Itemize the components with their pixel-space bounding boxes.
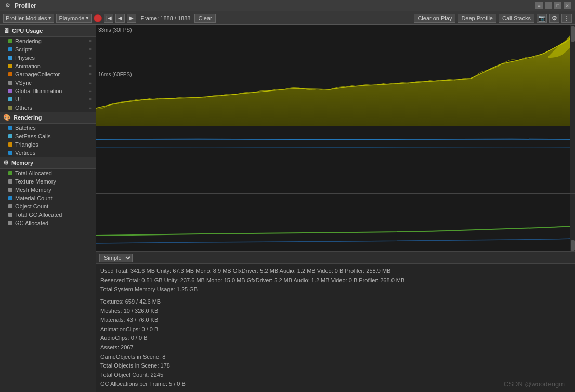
- rendering-color-dot: [8, 39, 12, 43]
- total-gc-label: Total GC Allocated: [15, 212, 92, 218]
- playmode-dropdown[interactable]: Playmode ▾: [56, 14, 92, 23]
- settings-icon[interactable]: ⚙: [549, 14, 559, 23]
- sidebar-item-others[interactable]: Others ≡: [0, 103, 96, 112]
- vsync-color-dot: [8, 81, 12, 85]
- rendering-chart-svg: [96, 126, 575, 194]
- cpu-chart-scrollbar[interactable]: [570, 25, 575, 126]
- scripts-lines: ≡: [89, 47, 92, 52]
- rendering-label: Rendering: [15, 38, 89, 44]
- sidebar-item-total-allocated[interactable]: Total Allocated: [0, 169, 96, 177]
- cpu-chart-panel: 33ms (30FPS) 16ms (60FPS): [96, 25, 575, 126]
- gameobjects-stat: GameObjects in Scene: 8: [100, 352, 571, 362]
- memory-section-label: Memory: [11, 160, 33, 166]
- gc-alloc-stat: GC Allocations per Frame: 5 / 0 B: [100, 380, 571, 389]
- clear-on-play-button[interactable]: Clear on Play: [414, 14, 455, 23]
- sidebar-item-vertices[interactable]: Vertices: [0, 149, 96, 157]
- clear-button[interactable]: Clear: [194, 14, 215, 23]
- sidebar-item-setpass[interactable]: SetPass Calls: [0, 132, 96, 140]
- prev-first-button[interactable]: |◀: [104, 14, 113, 23]
- screenshot-icon[interactable]: 📷: [537, 14, 547, 23]
- sidebar-item-rendering[interactable]: Rendering ≡: [0, 37, 96, 45]
- profiler-icon: ⚙: [4, 2, 11, 9]
- profiler-modules-dropdown[interactable]: Profiler Modules ▾: [3, 14, 54, 23]
- material-count-label: Material Count: [15, 195, 92, 201]
- sidebar-item-material-count[interactable]: Material Count: [0, 194, 96, 202]
- dropdown-arrow-icon: ▾: [86, 15, 89, 21]
- profiler-modules-label: Profiler Modules: [6, 15, 47, 21]
- object-count-label: Object Count: [15, 203, 92, 210]
- total-object-count-stat: Total Object Count: 2245: [100, 371, 571, 380]
- triangles-label: Triangles: [15, 141, 92, 148]
- sidebar-item-ui[interactable]: UI ≡: [0, 95, 96, 103]
- sidebar-item-gc[interactable]: GarbageCollector ≡: [0, 70, 96, 79]
- gi-color-dot: [8, 89, 12, 93]
- record-button[interactable]: [94, 14, 102, 22]
- assets-stat: Assets: 2067: [100, 343, 571, 352]
- sidebar-item-triangles[interactable]: Triangles: [0, 140, 96, 149]
- material-count-color-dot: [8, 196, 12, 200]
- reserved-total-stat: Reserved Total: 0.51 GB Unity: 237.6 MB …: [100, 276, 571, 285]
- sidebar-item-physics[interactable]: Physics ≡: [0, 54, 96, 62]
- others-lines: ≡: [89, 106, 92, 110]
- texture-memory-label: Texture Memory: [15, 178, 92, 185]
- rendering-lines: ≡: [89, 39, 92, 44]
- animation-lines: ≡: [89, 64, 92, 69]
- frame-label: Frame: 1888 / 1888: [138, 15, 192, 21]
- maximize-button[interactable]: □: [554, 2, 561, 9]
- sidebar-item-object-count[interactable]: Object Count: [0, 202, 96, 211]
- rendering-icon: 🎨: [3, 114, 11, 121]
- gc-allocated-label: GC Allocated: [15, 220, 92, 226]
- physics-label: Physics: [15, 55, 89, 61]
- menu-button[interactable]: ≡: [535, 2, 543, 9]
- dropdown-arrow-icon: ▾: [48, 15, 51, 21]
- rendering-chart-panel: [96, 126, 575, 194]
- rendering-chart-scrollbar[interactable]: [570, 126, 575, 193]
- sidebar: 🖥 CPU Usage Rendering ≡ Scripts ≡ Physic…: [0, 25, 96, 392]
- call-stacks-button[interactable]: Call Stacks: [499, 14, 534, 23]
- batches-label: Batches: [15, 125, 92, 131]
- title-bar: ⚙ Profiler ≡ — □ ✕: [0, 0, 575, 11]
- scripts-color-dot: [8, 47, 12, 51]
- sidebar-item-animation[interactable]: Animation ≡: [0, 62, 96, 70]
- sidebar-item-gi[interactable]: Global Illumination ≡: [0, 87, 96, 95]
- scripts-label: Scripts: [15, 46, 89, 53]
- vertices-color-dot: [8, 151, 12, 155]
- rendering-section-header[interactable]: 🎨 Rendering: [0, 112, 96, 124]
- animation-color-dot: [8, 64, 12, 68]
- sidebar-item-texture-memory[interactable]: Texture Memory: [0, 177, 96, 186]
- view-mode-dropdown[interactable]: Simple: [99, 254, 133, 262]
- setpass-label: SetPass Calls: [15, 133, 92, 139]
- more-options-icon[interactable]: ⋮: [561, 14, 572, 23]
- memory-icon: ⚙: [3, 159, 9, 166]
- cpu-chart-svg: [96, 25, 575, 126]
- watermark: CSDN @woodengm: [504, 380, 565, 388]
- sidebar-item-gc-allocated[interactable]: GC Allocated: [0, 219, 96, 227]
- sidebar-item-scripts[interactable]: Scripts ≡: [0, 45, 96, 54]
- gi-lines: ≡: [89, 89, 92, 94]
- animation-label: Animation: [15, 63, 89, 69]
- memory-section-header[interactable]: ⚙ Memory: [0, 157, 96, 169]
- sidebar-item-mesh-memory[interactable]: Mesh Memory: [0, 186, 96, 194]
- gc-color-dot: [8, 72, 12, 76]
- mesh-memory-color-dot: [8, 188, 12, 192]
- window-title: Profiler: [15, 2, 36, 9]
- bottom-toolbar: Simple: [96, 252, 575, 264]
- memory-chart-svg: [96, 194, 575, 252]
- gi-label: Global Illumination: [15, 88, 89, 94]
- sidebar-item-total-gc-allocated[interactable]: Total GC Allocated: [0, 211, 96, 219]
- prev-button[interactable]: ◀: [115, 14, 125, 23]
- memory-chart-panel: [96, 194, 575, 252]
- materials-stat: Materials: 43 / 76.0 KB: [100, 316, 571, 325]
- cpu-section-header[interactable]: 🖥 CPU Usage: [0, 25, 96, 37]
- close-button[interactable]: ✕: [564, 2, 571, 9]
- next-button[interactable]: ▶: [127, 14, 136, 23]
- total-allocated-label: Total Allocated: [15, 170, 92, 176]
- audio-clips-stat: AudioClips: 0 / 0 B: [100, 334, 571, 343]
- sidebar-item-vsync[interactable]: VSync ≡: [0, 79, 96, 87]
- sidebar-item-batches[interactable]: Batches: [0, 124, 96, 132]
- memory-chart-scrollbar[interactable]: [570, 194, 575, 251]
- minimize-button[interactable]: —: [545, 2, 552, 9]
- others-color-dot: [8, 106, 12, 110]
- bottom-panel: Simple Used Total: 341.6 MB Unity: 67.3 …: [96, 252, 575, 392]
- deep-profile-button[interactable]: Deep Profile: [458, 14, 496, 23]
